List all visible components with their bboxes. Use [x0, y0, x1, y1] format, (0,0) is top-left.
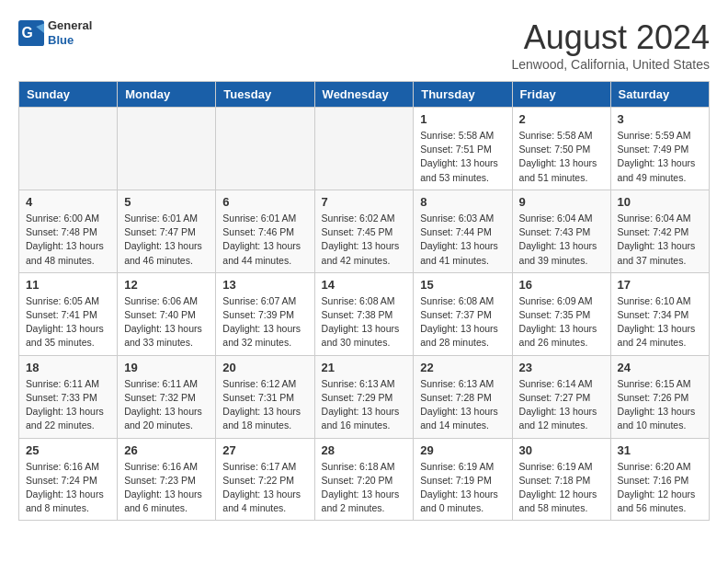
column-header-wednesday: Wednesday [314, 82, 414, 108]
calendar-cell: 20Sunrise: 6:12 AM Sunset: 7:31 PM Dayli… [216, 355, 314, 438]
calendar-cell [314, 108, 414, 190]
calendar-week-row: 1Sunrise: 5:58 AM Sunset: 7:51 PM Daylig… [19, 108, 710, 190]
day-info: Sunrise: 6:11 AM Sunset: 7:32 PM Dayligh… [124, 377, 209, 433]
calendar-cell: 24Sunrise: 6:15 AM Sunset: 7:26 PM Dayli… [610, 355, 709, 438]
calendar-cell [216, 108, 314, 190]
column-header-saturday: Saturday [610, 82, 709, 108]
location: Lenwood, California, United States [511, 57, 710, 72]
calendar-cell: 6Sunrise: 6:01 AM Sunset: 7:46 PM Daylig… [216, 190, 314, 272]
day-number: 4 [26, 195, 110, 209]
logo-icon: G [18, 20, 44, 46]
day-info: Sunrise: 6:10 AM Sunset: 7:34 PM Dayligh… [618, 294, 702, 350]
calendar-cell: 14Sunrise: 6:08 AM Sunset: 7:38 PM Dayli… [314, 272, 414, 355]
day-info: Sunrise: 6:04 AM Sunset: 7:43 PM Dayligh… [519, 212, 604, 268]
calendar-cell: 26Sunrise: 6:16 AM Sunset: 7:23 PM Dayli… [118, 438, 216, 521]
page-header: G General Blue August 2024 Lenwood, Cali… [18, 18, 710, 72]
day-info: Sunrise: 6:04 AM Sunset: 7:42 PM Dayligh… [618, 212, 702, 268]
day-number: 6 [222, 195, 307, 209]
day-info: Sunrise: 6:16 AM Sunset: 7:23 PM Dayligh… [124, 460, 209, 516]
day-number: 27 [222, 443, 307, 457]
svg-text:G: G [22, 25, 33, 40]
day-info: Sunrise: 6:01 AM Sunset: 7:46 PM Dayligh… [222, 212, 307, 268]
logo-line2: Blue [48, 33, 92, 48]
day-number: 10 [618, 195, 702, 209]
day-number: 2 [519, 112, 604, 126]
day-info: Sunrise: 6:00 AM Sunset: 7:48 PM Dayligh… [26, 212, 110, 268]
calendar-cell: 17Sunrise: 6:10 AM Sunset: 7:34 PM Dayli… [610, 272, 709, 355]
day-number: 13 [222, 278, 307, 292]
column-header-tuesday: Tuesday [216, 82, 314, 108]
calendar-cell: 7Sunrise: 6:02 AM Sunset: 7:45 PM Daylig… [314, 190, 414, 272]
calendar-cell: 1Sunrise: 5:58 AM Sunset: 7:51 PM Daylig… [414, 108, 512, 190]
column-header-monday: Monday [118, 82, 216, 108]
day-number: 11 [26, 278, 110, 292]
calendar-cell: 18Sunrise: 6:11 AM Sunset: 7:33 PM Dayli… [19, 355, 118, 438]
day-number: 3 [618, 112, 702, 126]
column-header-thursday: Thursday [414, 82, 512, 108]
day-number: 31 [618, 443, 702, 457]
day-info: Sunrise: 6:13 AM Sunset: 7:28 PM Dayligh… [420, 377, 505, 433]
day-number: 19 [124, 361, 209, 374]
day-info: Sunrise: 6:12 AM Sunset: 7:31 PM Dayligh… [222, 377, 307, 433]
day-info: Sunrise: 6:08 AM Sunset: 7:37 PM Dayligh… [420, 294, 505, 350]
day-number: 12 [124, 278, 209, 292]
day-info: Sunrise: 6:03 AM Sunset: 7:44 PM Dayligh… [420, 212, 505, 268]
day-number: 29 [420, 443, 505, 457]
calendar-cell: 13Sunrise: 6:07 AM Sunset: 7:39 PM Dayli… [216, 272, 314, 355]
calendar-cell: 22Sunrise: 6:13 AM Sunset: 7:28 PM Dayli… [414, 355, 512, 438]
calendar-cell: 27Sunrise: 6:17 AM Sunset: 7:22 PM Dayli… [216, 438, 314, 521]
calendar-cell: 23Sunrise: 6:14 AM Sunset: 7:27 PM Dayli… [512, 355, 610, 438]
day-info: Sunrise: 6:05 AM Sunset: 7:41 PM Dayligh… [26, 294, 110, 350]
day-info: Sunrise: 5:58 AM Sunset: 7:51 PM Dayligh… [420, 129, 505, 185]
day-info: Sunrise: 6:14 AM Sunset: 7:27 PM Dayligh… [519, 377, 604, 433]
day-info: Sunrise: 6:16 AM Sunset: 7:24 PM Dayligh… [26, 460, 110, 516]
day-number: 20 [222, 361, 307, 374]
day-info: Sunrise: 6:19 AM Sunset: 7:18 PM Dayligh… [519, 460, 604, 516]
calendar-cell: 15Sunrise: 6:08 AM Sunset: 7:37 PM Dayli… [414, 272, 512, 355]
day-number: 24 [618, 361, 702, 374]
logo-text: General Blue [48, 18, 92, 47]
calendar-cell: 11Sunrise: 6:05 AM Sunset: 7:41 PM Dayli… [19, 272, 118, 355]
calendar-cell [19, 108, 118, 190]
day-number: 16 [519, 278, 604, 292]
day-info: Sunrise: 6:13 AM Sunset: 7:29 PM Dayligh… [322, 377, 407, 433]
calendar-cell: 16Sunrise: 6:09 AM Sunset: 7:35 PM Dayli… [512, 272, 610, 355]
logo: G General Blue [18, 18, 92, 47]
day-info: Sunrise: 6:09 AM Sunset: 7:35 PM Dayligh… [519, 294, 604, 350]
calendar-cell: 12Sunrise: 6:06 AM Sunset: 7:40 PM Dayli… [118, 272, 216, 355]
day-number: 25 [26, 443, 110, 457]
day-info: Sunrise: 6:15 AM Sunset: 7:26 PM Dayligh… [618, 377, 702, 433]
calendar-week-row: 11Sunrise: 6:05 AM Sunset: 7:41 PM Dayli… [19, 272, 710, 355]
calendar-cell: 25Sunrise: 6:16 AM Sunset: 7:24 PM Dayli… [19, 438, 118, 521]
calendar-header-row: SundayMondayTuesdayWednesdayThursdayFrid… [19, 82, 710, 108]
day-number: 30 [519, 443, 604, 457]
calendar-cell: 28Sunrise: 6:18 AM Sunset: 7:20 PM Dayli… [314, 438, 414, 521]
day-info: Sunrise: 6:11 AM Sunset: 7:33 PM Dayligh… [26, 377, 110, 433]
logo-line1: General [48, 18, 92, 33]
day-number: 7 [322, 195, 407, 209]
calendar-cell: 19Sunrise: 6:11 AM Sunset: 7:32 PM Dayli… [118, 355, 216, 438]
day-number: 21 [322, 361, 407, 374]
day-info: Sunrise: 6:02 AM Sunset: 7:45 PM Dayligh… [322, 212, 407, 268]
calendar-cell: 10Sunrise: 6:04 AM Sunset: 7:42 PM Dayli… [610, 190, 709, 272]
calendar-cell: 4Sunrise: 6:00 AM Sunset: 7:48 PM Daylig… [19, 190, 118, 272]
calendar-cell: 9Sunrise: 6:04 AM Sunset: 7:43 PM Daylig… [512, 190, 610, 272]
column-header-friday: Friday [512, 82, 610, 108]
day-info: Sunrise: 6:01 AM Sunset: 7:47 PM Dayligh… [124, 212, 209, 268]
calendar-cell: 21Sunrise: 6:13 AM Sunset: 7:29 PM Dayli… [314, 355, 414, 438]
day-info: Sunrise: 5:59 AM Sunset: 7:49 PM Dayligh… [618, 129, 702, 185]
day-number: 17 [618, 278, 702, 292]
calendar-cell: 31Sunrise: 6:20 AM Sunset: 7:16 PM Dayli… [610, 438, 709, 521]
month-title: August 2024 [511, 18, 710, 57]
calendar-week-row: 25Sunrise: 6:16 AM Sunset: 7:24 PM Dayli… [19, 438, 710, 521]
day-info: Sunrise: 6:07 AM Sunset: 7:39 PM Dayligh… [222, 294, 307, 350]
calendar-cell: 29Sunrise: 6:19 AM Sunset: 7:19 PM Dayli… [414, 438, 512, 521]
calendar-cell: 30Sunrise: 6:19 AM Sunset: 7:18 PM Dayli… [512, 438, 610, 521]
calendar-cell: 2Sunrise: 5:58 AM Sunset: 7:50 PM Daylig… [512, 108, 610, 190]
day-number: 26 [124, 443, 209, 457]
calendar-cell: 8Sunrise: 6:03 AM Sunset: 7:44 PM Daylig… [414, 190, 512, 272]
calendar-cell [118, 108, 216, 190]
day-number: 14 [322, 278, 407, 292]
day-info: Sunrise: 5:58 AM Sunset: 7:50 PM Dayligh… [519, 129, 604, 185]
day-number: 1 [420, 112, 505, 126]
